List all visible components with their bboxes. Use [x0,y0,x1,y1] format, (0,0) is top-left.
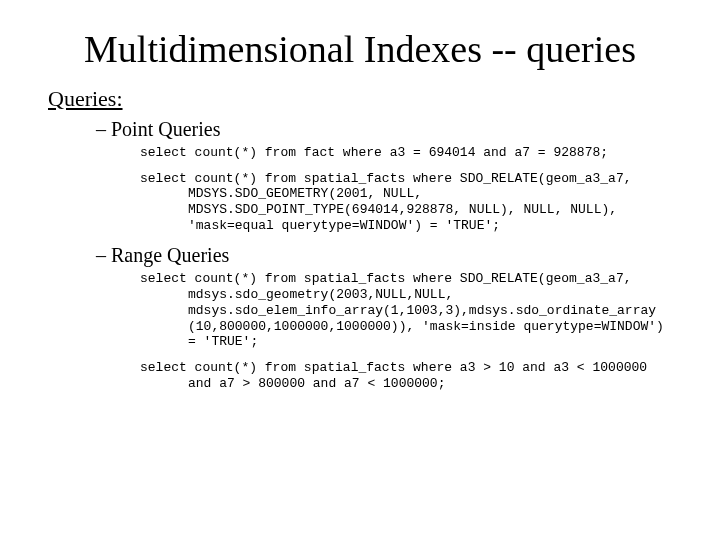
section-heading: Queries: [48,86,672,112]
code-block: select count(*) from fact where a3 = 694… [140,145,672,161]
group-heading-range: Range Queries [96,244,672,267]
code-block: select count(*) from spatial_facts where… [140,171,672,234]
code-block: select count(*) from spatial_facts where… [140,271,672,350]
page-title: Multidimensional Indexes -- queries [48,28,672,72]
group-heading-point: Point Queries [96,118,672,141]
slide: Multidimensional Indexes -- queries Quer… [0,0,720,540]
code-block: select count(*) from spatial_facts where… [140,360,672,392]
